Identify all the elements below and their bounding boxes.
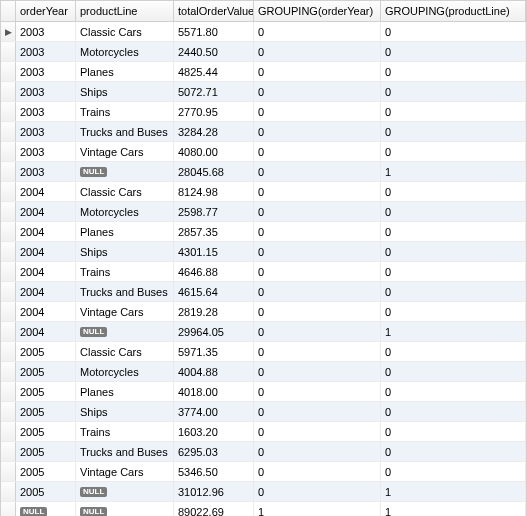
cell-productLine[interactable]: Trucks and Buses: [76, 282, 174, 301]
table-row[interactable]: 2003NULL28045.6801: [1, 162, 526, 182]
cell-grouping-orderYear[interactable]: 0: [254, 262, 381, 281]
cell-productLine[interactable]: Classic Cars: [76, 342, 174, 361]
cell-productLine[interactable]: NULL: [76, 322, 174, 341]
cell-grouping-productLine[interactable]: 0: [381, 262, 526, 281]
cell-productLine[interactable]: Motorcycles: [76, 202, 174, 221]
data-grid[interactable]: orderYear productLine totalOrderValue GR…: [0, 0, 527, 516]
row-selector[interactable]: [1, 462, 16, 481]
row-selector[interactable]: [1, 482, 16, 501]
cell-grouping-orderYear[interactable]: 0: [254, 302, 381, 321]
table-row[interactable]: 2004Classic Cars8124.9800: [1, 182, 526, 202]
cell-productLine[interactable]: Planes: [76, 62, 174, 81]
table-row[interactable]: 2005Trucks and Buses6295.0300: [1, 442, 526, 462]
cell-productLine[interactable]: Ships: [76, 402, 174, 421]
cell-grouping-productLine[interactable]: 1: [381, 502, 526, 516]
cell-grouping-orderYear[interactable]: 0: [254, 82, 381, 101]
row-selector[interactable]: [1, 362, 16, 381]
cell-productLine[interactable]: Classic Cars: [76, 22, 174, 41]
cell-grouping-productLine[interactable]: 0: [381, 182, 526, 201]
cell-orderYear[interactable]: 2003: [16, 122, 76, 141]
cell-grouping-orderYear[interactable]: 0: [254, 242, 381, 261]
cell-totalOrderValue[interactable]: 2598.77: [174, 202, 254, 221]
cell-productLine[interactable]: NULL: [76, 162, 174, 181]
cell-totalOrderValue[interactable]: 4018.00: [174, 382, 254, 401]
table-row[interactable]: 2005Classic Cars5971.3500: [1, 342, 526, 362]
cell-totalOrderValue[interactable]: 5072.71: [174, 82, 254, 101]
cell-grouping-productLine[interactable]: 0: [381, 42, 526, 61]
cell-totalOrderValue[interactable]: 4080.00: [174, 142, 254, 161]
cell-grouping-productLine[interactable]: 0: [381, 122, 526, 141]
cell-totalOrderValue[interactable]: 28045.68: [174, 162, 254, 181]
cell-grouping-orderYear[interactable]: 0: [254, 282, 381, 301]
cell-orderYear[interactable]: 2004: [16, 302, 76, 321]
cell-grouping-productLine[interactable]: 0: [381, 442, 526, 461]
cell-grouping-productLine[interactable]: 0: [381, 82, 526, 101]
cell-totalOrderValue[interactable]: 3774.00: [174, 402, 254, 421]
cell-totalOrderValue[interactable]: 3284.28: [174, 122, 254, 141]
col-header-productLine[interactable]: productLine: [76, 1, 174, 21]
cell-productLine[interactable]: Vintage Cars: [76, 302, 174, 321]
cell-productLine[interactable]: Vintage Cars: [76, 462, 174, 481]
cell-grouping-orderYear[interactable]: 0: [254, 122, 381, 141]
cell-totalOrderValue[interactable]: 89022.69: [174, 502, 254, 516]
row-selector[interactable]: [1, 182, 16, 201]
row-selector[interactable]: [1, 42, 16, 61]
row-selector[interactable]: [1, 122, 16, 141]
cell-totalOrderValue[interactable]: 5571.80: [174, 22, 254, 41]
cell-productLine[interactable]: Trucks and Buses: [76, 122, 174, 141]
cell-orderYear[interactable]: NULL: [16, 502, 76, 516]
cell-grouping-orderYear[interactable]: 0: [254, 22, 381, 41]
table-row[interactable]: 2004Vintage Cars2819.2800: [1, 302, 526, 322]
table-row[interactable]: 2005Vintage Cars5346.5000: [1, 462, 526, 482]
row-selector[interactable]: [1, 282, 16, 301]
cell-grouping-productLine[interactable]: 1: [381, 322, 526, 341]
cell-totalOrderValue[interactable]: 2857.35: [174, 222, 254, 241]
table-row[interactable]: 2003Vintage Cars4080.0000: [1, 142, 526, 162]
cell-grouping-productLine[interactable]: 0: [381, 342, 526, 361]
cell-grouping-productLine[interactable]: 0: [381, 102, 526, 121]
row-selector[interactable]: [1, 222, 16, 241]
cell-grouping-productLine[interactable]: 0: [381, 62, 526, 81]
cell-totalOrderValue[interactable]: 4301.15: [174, 242, 254, 261]
row-selector[interactable]: [1, 242, 16, 261]
row-selector[interactable]: [1, 302, 16, 321]
cell-grouping-productLine[interactable]: 0: [381, 242, 526, 261]
table-row[interactable]: 2003Trucks and Buses3284.2800: [1, 122, 526, 142]
table-row[interactable]: 2004Planes2857.3500: [1, 222, 526, 242]
cell-totalOrderValue[interactable]: 29964.05: [174, 322, 254, 341]
table-row[interactable]: 2003Motorcycles2440.5000: [1, 42, 526, 62]
cell-totalOrderValue[interactable]: 6295.03: [174, 442, 254, 461]
cell-grouping-orderYear[interactable]: 0: [254, 222, 381, 241]
cell-orderYear[interactable]: 2003: [16, 42, 76, 61]
cell-orderYear[interactable]: 2005: [16, 382, 76, 401]
cell-productLine[interactable]: Vintage Cars: [76, 142, 174, 161]
cell-grouping-productLine[interactable]: 0: [381, 202, 526, 221]
table-row[interactable]: 2005Ships3774.0000: [1, 402, 526, 422]
cell-grouping-productLine[interactable]: 0: [381, 422, 526, 441]
cell-grouping-productLine[interactable]: 0: [381, 22, 526, 41]
col-header-grouping-orderYear[interactable]: GROUPING(orderYear): [254, 1, 381, 21]
cell-productLine[interactable]: Ships: [76, 82, 174, 101]
cell-orderYear[interactable]: 2005: [16, 402, 76, 421]
cell-grouping-productLine[interactable]: 0: [381, 462, 526, 481]
cell-grouping-productLine[interactable]: 0: [381, 402, 526, 421]
table-row[interactable]: 2003Trains2770.9500: [1, 102, 526, 122]
row-selector[interactable]: [1, 262, 16, 281]
row-selector-header[interactable]: [1, 1, 16, 21]
cell-orderYear[interactable]: 2004: [16, 202, 76, 221]
row-selector[interactable]: [1, 402, 16, 421]
table-row[interactable]: 2005Trains1603.2000: [1, 422, 526, 442]
cell-totalOrderValue[interactable]: 1603.20: [174, 422, 254, 441]
col-header-totalOrderValue[interactable]: totalOrderValue: [174, 1, 254, 21]
table-row[interactable]: 2005Motorcycles4004.8800: [1, 362, 526, 382]
cell-grouping-productLine[interactable]: 0: [381, 142, 526, 161]
cell-orderYear[interactable]: 2005: [16, 362, 76, 381]
cell-productLine[interactable]: Trains: [76, 422, 174, 441]
cell-orderYear[interactable]: 2005: [16, 482, 76, 501]
row-selector[interactable]: [1, 502, 16, 516]
cell-orderYear[interactable]: 2004: [16, 222, 76, 241]
cell-grouping-orderYear[interactable]: 0: [254, 102, 381, 121]
cell-grouping-orderYear[interactable]: 0: [254, 402, 381, 421]
cell-productLine[interactable]: NULL: [76, 502, 174, 516]
table-row[interactable]: 2004NULL29964.0501: [1, 322, 526, 342]
